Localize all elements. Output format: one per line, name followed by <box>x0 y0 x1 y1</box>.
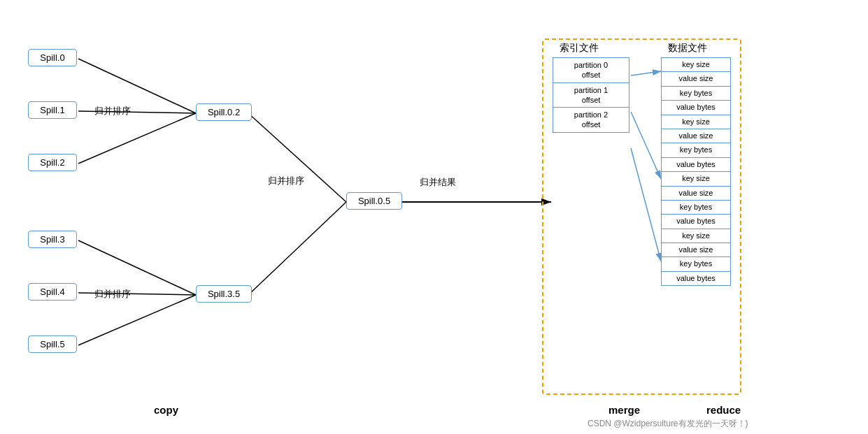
spill-box-5: Spill.5 <box>28 335 77 353</box>
index-cell-1: partition 1 offset <box>553 83 629 108</box>
reduce-label: reduce <box>706 404 741 416</box>
spill-box-3: Spill.3 <box>28 231 77 248</box>
data-file-title: 数据文件 <box>668 42 707 55</box>
spill-box-05: Spill.0.5 <box>346 192 402 210</box>
data-cell-14: key bytes <box>662 257 730 271</box>
svg-line-5 <box>78 295 196 345</box>
data-cell-12: key size <box>662 229 730 243</box>
data-cell-4: key size <box>662 115 730 129</box>
data-cell-7: value bytes <box>662 158 730 172</box>
data-cell-6: key bytes <box>662 143 730 157</box>
data-cell-15: value bytes <box>662 272 730 285</box>
spill-box-4: Spill.4 <box>28 283 77 301</box>
spill-box-35: Spill.3.5 <box>196 285 252 303</box>
spill-box-1: Spill.1 <box>28 101 77 119</box>
data-cell-1: value size <box>662 72 730 86</box>
index-cell-2: partition 2 offset <box>553 108 629 132</box>
data-cell-5: value size <box>662 129 730 143</box>
index-cell-0: partition 0 offset <box>553 58 629 83</box>
merge-label-0: 归并排序 <box>94 105 131 117</box>
data-cell-0: key size <box>662 58 730 72</box>
index-file-title: 索引文件 <box>560 42 599 55</box>
merge-label: merge <box>609 404 640 416</box>
copy-label: copy <box>154 404 178 416</box>
data-cell-10: key bytes <box>662 201 730 215</box>
merge-label-2: 归并排序 <box>268 175 304 187</box>
data-cell-13: value size <box>662 243 730 257</box>
diagram: Spill.0 Spill.1 Spill.2 Spill.3 Spill.4 … <box>0 0 868 419</box>
svg-line-3 <box>78 240 196 295</box>
data-cell-9: value size <box>662 187 730 201</box>
data-cell-3: value bytes <box>662 101 730 115</box>
svg-line-2 <box>78 113 196 164</box>
data-cell-11: value bytes <box>662 215 730 229</box>
watermark: CSDN @Wzidpersulture有发光的一天呀！) <box>588 418 748 430</box>
data-cell-8: key size <box>662 172 730 186</box>
data-file-box: key size value size key bytes value byte… <box>661 57 731 286</box>
merge-label-1: 归并排序 <box>94 288 131 301</box>
data-cell-2: key bytes <box>662 87 730 101</box>
spill-box-0: Spill.0 <box>28 49 77 66</box>
index-file-box: partition 0 offset partition 1 offset pa… <box>553 57 629 133</box>
spill-box-02: Spill.0.2 <box>196 103 252 121</box>
svg-line-6 <box>248 113 346 202</box>
svg-line-7 <box>248 202 346 295</box>
spill-box-2: Spill.2 <box>28 154 77 171</box>
merge-result-label: 归并结果 <box>420 176 456 189</box>
